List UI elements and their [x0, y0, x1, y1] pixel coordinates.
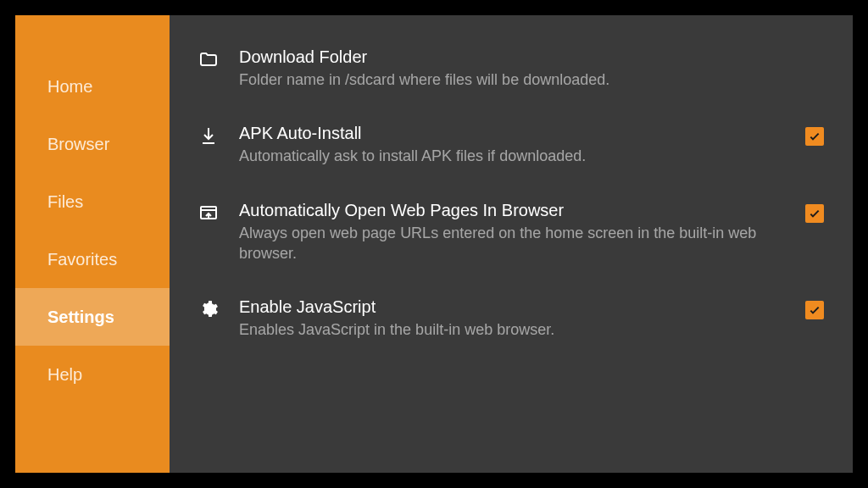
setting-subtitle: Always open web page URLs entered on the… [239, 223, 785, 264]
setting-title: Automatically Open Web Pages In Browser [239, 199, 785, 221]
sidebar-item-browser[interactable]: Browser [15, 115, 170, 173]
setting-download-folder[interactable]: Download Folder Folder name in /sdcard w… [197, 39, 826, 107]
setting-checkbox[interactable] [804, 296, 826, 319]
sidebar-item-label: Favorites [47, 250, 117, 269]
settings-panel: Download Folder Folder name in /sdcard w… [170, 15, 853, 473]
sidebar-item-label: Home [47, 77, 92, 97]
spacer [197, 280, 826, 289]
sidebar-item-label: Help [47, 365, 82, 385]
checkbox-checked-icon [805, 127, 824, 146]
setting-title: Download Folder [239, 46, 785, 68]
sidebar-item-label: Files [47, 192, 83, 212]
folder-icon [197, 46, 220, 69]
download-icon [197, 122, 220, 146]
setting-body: Download Folder Folder name in /sdcard w… [239, 46, 785, 90]
sidebar-item-label: Settings [47, 308, 114, 327]
setting-subtitle: Automatically ask to install APK files i… [239, 146, 785, 166]
checkbox-checked-icon [805, 204, 824, 223]
open-in-browser-icon [197, 199, 220, 223]
setting-subtitle: Folder name in /sdcard where files will … [239, 69, 785, 90]
checkbox-checked-icon [805, 301, 824, 319]
setting-checkbox[interactable] [804, 122, 826, 146]
setting-apk-auto-install[interactable]: APK Auto-Install Automatically ask to in… [197, 115, 826, 183]
setting-enable-js[interactable]: Enable JavaScript Enables JavaScript in … [197, 289, 826, 357]
sidebar-item-favorites[interactable]: Favorites [15, 230, 170, 288]
app-screen: Home Browser Files Favorites Settings He… [15, 15, 853, 473]
sidebar-item-settings[interactable]: Settings [15, 288, 170, 346]
setting-body: APK Auto-Install Automatically ask to in… [239, 122, 785, 166]
setting-body: Automatically Open Web Pages In Browser … [239, 199, 785, 264]
setting-checkbox[interactable] [804, 199, 826, 223]
setting-title: APK Auto-Install [239, 122, 785, 144]
setting-check-placeholder [804, 46, 826, 51]
setting-auto-open-browser[interactable]: Automatically Open Web Pages In Browser … [197, 192, 826, 281]
sidebar-item-label: Browser [47, 135, 109, 154]
sidebar-item-help[interactable]: Help [15, 346, 170, 403]
sidebar-item-files[interactable]: Files [15, 173, 170, 230]
setting-title: Enable JavaScript [239, 296, 785, 318]
setting-body: Enable JavaScript Enables JavaScript in … [239, 296, 785, 340]
setting-subtitle: Enables JavaScript in the built-in web b… [239, 319, 785, 340]
sidebar: Home Browser Files Favorites Settings He… [15, 15, 170, 473]
spacer [197, 107, 826, 115]
sidebar-item-home[interactable]: Home [15, 58, 170, 115]
spacer [197, 184, 826, 192]
gear-icon [197, 296, 220, 319]
